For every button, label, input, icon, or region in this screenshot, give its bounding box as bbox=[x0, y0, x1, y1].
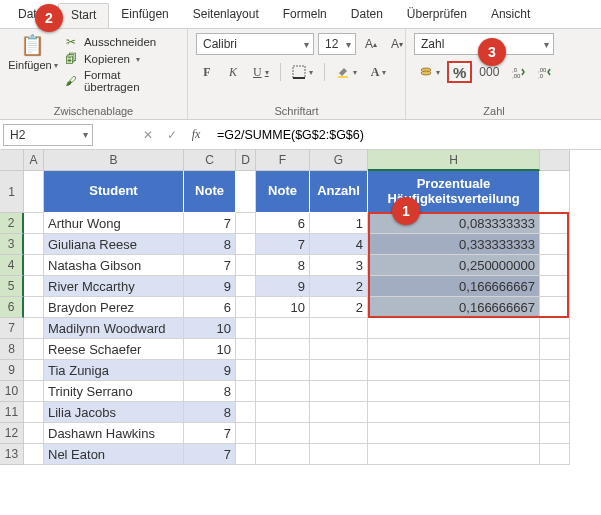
insert-function-button[interactable]: fx bbox=[185, 124, 207, 146]
cell[interactable] bbox=[310, 423, 368, 444]
cell[interactable] bbox=[310, 444, 368, 465]
cell[interactable]: Note bbox=[256, 171, 310, 213]
increase-decimal-button[interactable]: ,0,00 bbox=[506, 61, 530, 83]
cell[interactable] bbox=[540, 423, 570, 444]
cell[interactable]: 3 bbox=[310, 255, 368, 276]
cell[interactable]: Natasha Gibson bbox=[44, 255, 184, 276]
col-header[interactable]: B bbox=[44, 150, 184, 171]
cell[interactable] bbox=[310, 402, 368, 423]
cell[interactable] bbox=[368, 423, 540, 444]
decrease-font-button[interactable]: A▾ bbox=[386, 33, 408, 55]
cell[interactable] bbox=[540, 402, 570, 423]
row-header[interactable]: 6 bbox=[0, 297, 24, 318]
cell[interactable] bbox=[236, 297, 256, 318]
row-header[interactable]: 12 bbox=[0, 423, 24, 444]
cell[interactable]: 6 bbox=[184, 297, 236, 318]
underline-button[interactable]: U bbox=[248, 61, 274, 83]
cell[interactable] bbox=[256, 402, 310, 423]
cell[interactable] bbox=[256, 423, 310, 444]
tab-formulas[interactable]: Formeln bbox=[271, 3, 339, 25]
cell[interactable]: 10 bbox=[184, 339, 236, 360]
font-name-combo[interactable]: Calibri ▾ bbox=[196, 33, 314, 55]
fill-color-button[interactable] bbox=[331, 61, 362, 83]
cell[interactable] bbox=[236, 444, 256, 465]
cell[interactable] bbox=[256, 360, 310, 381]
cell[interactable] bbox=[24, 339, 44, 360]
cell[interactable] bbox=[236, 255, 256, 276]
cell[interactable]: 8 bbox=[184, 234, 236, 255]
tab-layout[interactable]: Seitenlayout bbox=[181, 3, 271, 25]
cell[interactable] bbox=[236, 276, 256, 297]
cell[interactable]: 9 bbox=[184, 276, 236, 297]
cell[interactable] bbox=[310, 381, 368, 402]
cell[interactable]: 9 bbox=[184, 360, 236, 381]
cell[interactable] bbox=[24, 423, 44, 444]
cell[interactable] bbox=[24, 213, 44, 234]
cell[interactable] bbox=[310, 360, 368, 381]
row-header[interactable]: 7 bbox=[0, 318, 24, 339]
cell[interactable]: 8 bbox=[184, 381, 236, 402]
formula-cancel-button[interactable]: ✕ bbox=[137, 124, 159, 146]
accounting-format-button[interactable] bbox=[414, 61, 445, 83]
cell[interactable]: 6 bbox=[256, 213, 310, 234]
bold-button[interactable]: F bbox=[196, 61, 218, 83]
cell[interactable] bbox=[540, 339, 570, 360]
row-header[interactable]: 3 bbox=[0, 234, 24, 255]
cell[interactable]: 10 bbox=[184, 318, 236, 339]
cell[interactable] bbox=[236, 381, 256, 402]
cell[interactable]: 7 bbox=[184, 213, 236, 234]
cell[interactable]: 7 bbox=[184, 255, 236, 276]
copy-button[interactable]: 🗐 Kopieren ▾ bbox=[64, 53, 179, 65]
cell[interactable]: Reese Schaefer bbox=[44, 339, 184, 360]
cell[interactable] bbox=[24, 255, 44, 276]
cell[interactable] bbox=[24, 276, 44, 297]
cell[interactable] bbox=[540, 213, 570, 234]
cell[interactable] bbox=[256, 381, 310, 402]
cell[interactable]: Madilynn Woodward bbox=[44, 318, 184, 339]
cell[interactable] bbox=[540, 234, 570, 255]
format-painter-button[interactable]: 🖌 Format übertragen bbox=[64, 69, 179, 93]
cell[interactable]: 10 bbox=[256, 297, 310, 318]
formula-bar[interactable] bbox=[211, 124, 598, 146]
cell[interactable]: Student bbox=[44, 171, 184, 213]
paste-button[interactable]: 📋 Einfügen ▾ bbox=[8, 33, 58, 95]
tab-start[interactable]: Start bbox=[58, 3, 109, 28]
cell[interactable]: 7 bbox=[184, 444, 236, 465]
cell[interactable] bbox=[24, 381, 44, 402]
cell[interactable] bbox=[368, 360, 540, 381]
cell[interactable] bbox=[236, 213, 256, 234]
cell[interactable] bbox=[368, 381, 540, 402]
col-header[interactable]: F bbox=[256, 150, 310, 171]
row-header[interactable]: 4 bbox=[0, 255, 24, 276]
tab-insert[interactable]: Einfügen bbox=[109, 3, 180, 25]
select-all-corner[interactable] bbox=[0, 150, 24, 171]
cell[interactable] bbox=[24, 360, 44, 381]
cell[interactable] bbox=[540, 276, 570, 297]
cell[interactable] bbox=[540, 255, 570, 276]
cut-button[interactable]: ✂ Ausschneiden bbox=[64, 35, 179, 49]
row-header[interactable]: 1 bbox=[0, 171, 24, 213]
cell[interactable] bbox=[540, 444, 570, 465]
cell[interactable] bbox=[368, 444, 540, 465]
tab-view[interactable]: Ansicht bbox=[479, 3, 542, 25]
cell[interactable] bbox=[24, 318, 44, 339]
cell[interactable]: 7 bbox=[184, 423, 236, 444]
cell[interactable] bbox=[236, 423, 256, 444]
row-header[interactable]: 13 bbox=[0, 444, 24, 465]
italic-button[interactable]: K bbox=[222, 61, 244, 83]
decrease-decimal-button[interactable]: ,00,0 bbox=[532, 61, 556, 83]
cell[interactable] bbox=[540, 171, 570, 213]
row-header[interactable]: 5 bbox=[0, 276, 24, 297]
cell[interactable]: Note bbox=[184, 171, 236, 213]
col-header[interactable]: G bbox=[310, 150, 368, 171]
cell[interactable]: 2 bbox=[310, 297, 368, 318]
cell[interactable]: 7 bbox=[256, 234, 310, 255]
cell[interactable] bbox=[236, 171, 256, 213]
row-header[interactable]: 10 bbox=[0, 381, 24, 402]
cell[interactable] bbox=[24, 234, 44, 255]
cell[interactable] bbox=[540, 297, 570, 318]
cell[interactable] bbox=[24, 402, 44, 423]
col-header[interactable]: C bbox=[184, 150, 236, 171]
cell[interactable]: Nel Eaton bbox=[44, 444, 184, 465]
cell[interactable]: 0,333333333 bbox=[368, 234, 540, 255]
